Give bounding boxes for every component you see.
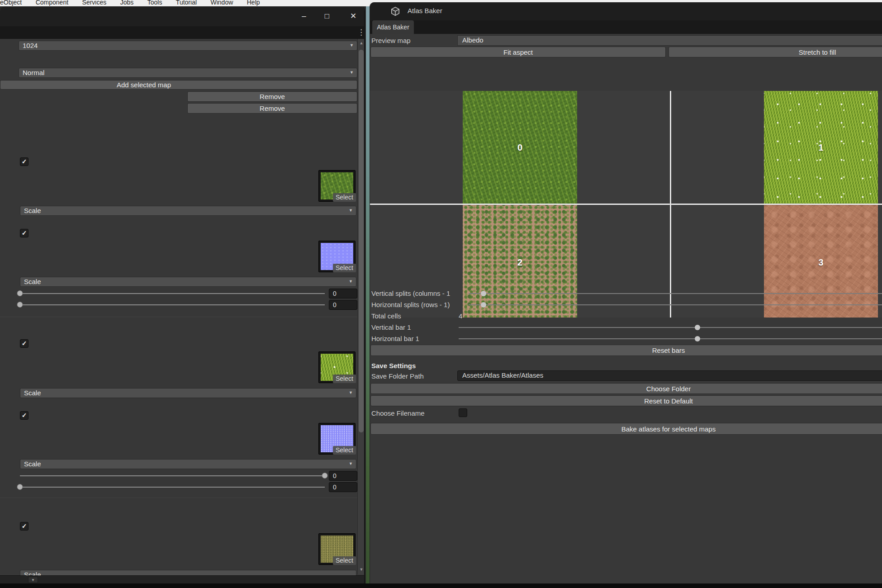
scale-dropdown[interactable]: Scale ▼ (20, 388, 356, 398)
add-selected-map-label: Add selected map (117, 81, 171, 89)
atlas-cell-0-index: 0 (463, 142, 577, 153)
tab-atlas-baker[interactable]: Atlas Baker (372, 20, 414, 34)
vertical-splits-slider[interactable] (469, 293, 882, 294)
stretch-to-fill-button[interactable]: Stretch to fill (669, 47, 882, 57)
slider-value-field[interactable]: 0 (329, 482, 357, 492)
clipped-dropdown-arrow[interactable]: ▼ (28, 577, 38, 583)
reset-to-default-button[interactable]: Reset to Default (370, 395, 882, 406)
select-texture-button[interactable]: Select (333, 556, 356, 565)
reset-bars-button[interactable]: Reset bars (370, 345, 882, 356)
screen: eObject Component Services Jobs Tools Tu… (0, 0, 882, 588)
chevron-down-icon: ▼ (349, 459, 353, 468)
scale-dropdown[interactable]: Scale ▼ (20, 459, 356, 469)
unity-package-icon (390, 6, 400, 16)
menu-item-gameobject[interactable]: eObject (0, 0, 22, 6)
chevron-down-icon: ▼ (350, 68, 354, 77)
menu-item-component[interactable]: Component (36, 0, 68, 6)
save-folder-path-field[interactable]: Assets/Atlas Baker/Atlases (457, 370, 882, 381)
scale-dropdown[interactable]: Scale ▼ (20, 206, 356, 216)
slider-handle[interactable] (695, 325, 700, 330)
scrollbar-down-icon[interactable]: ▼ (358, 567, 365, 572)
slider-value-field[interactable]: 0 (329, 289, 357, 299)
slider-handle[interactable] (695, 336, 700, 341)
slider-handle[interactable] (17, 302, 23, 308)
window-title: Atlas Baker (408, 7, 442, 14)
atlas-preview-grid: 0 1 2 3 (370, 91, 882, 318)
resolution-dropdown-value: 1024 (23, 42, 38, 49)
offset-slider[interactable] (20, 293, 325, 294)
scale-dropdown-label: Scale (24, 389, 41, 397)
select-texture-button[interactable]: Select (333, 375, 356, 383)
map-enabled-checkbox[interactable]: ✓ (20, 339, 28, 348)
left-window-toolbar: ⋮ (0, 26, 364, 39)
horizontal-bar-label: Horizontal bar 1 (371, 334, 419, 344)
map-enabled-checkbox[interactable]: ✓ (20, 522, 28, 531)
resolution-dropdown[interactable]: 1024 ▼ (19, 41, 357, 51)
select-texture-button[interactable]: Select (333, 446, 356, 455)
offset-slider[interactable] (20, 487, 325, 488)
chevron-down-icon: ▼ (349, 388, 353, 397)
select-texture-button[interactable]: Select (333, 264, 356, 272)
map-enabled-checkbox[interactable]: ✓ (20, 157, 28, 166)
vertical-split-bar[interactable] (670, 91, 671, 318)
atlas-cell-3-index: 3 (764, 257, 878, 268)
vertical-splits-label: Vertical splits (columns - 1 (371, 289, 450, 299)
kebab-menu-icon[interactable]: ⋮ (357, 28, 365, 37)
check-icon: ✓ (20, 412, 28, 419)
horizontal-bar-slider[interactable] (459, 338, 882, 339)
scrollbar-up-icon[interactable]: ▲ (358, 41, 365, 45)
select-texture-button[interactable]: Select (333, 193, 356, 202)
scale-dropdown-label: Scale (24, 278, 41, 285)
tab-bar: Atlas Baker (370, 20, 882, 34)
choose-folder-button[interactable]: Choose Folder (370, 383, 882, 394)
horizontal-splits-slider[interactable] (469, 304, 882, 305)
bake-atlases-button[interactable]: Bake atlases for selected maps (370, 423, 882, 435)
atlas-baker-content: Preview map Albedo Fit aspect Stretch to… (370, 34, 882, 584)
scale-dropdown[interactable]: Scale ▼ (20, 277, 356, 287)
slider-value-field[interactable]: 0 (329, 471, 357, 481)
map-enabled-checkbox[interactable]: ✓ (20, 229, 28, 237)
vertical-bar-slider[interactable] (459, 327, 882, 328)
map-type-dropdown-value: Normal (23, 69, 44, 76)
menu-item-window[interactable]: Window (210, 0, 233, 6)
atlas-cell-2-index: 2 (463, 257, 577, 268)
scale-dropdown-label: Scale (24, 460, 41, 468)
remove-button[interactable]: Remove (187, 91, 357, 102)
menu-item-help[interactable]: Help (247, 0, 260, 6)
left-window: – □ ✕ ⋮ 1024 ▼ Normal ▼ Add selected map… (0, 6, 365, 584)
check-icon: ✓ (20, 340, 28, 347)
menu-item-tools[interactable]: Tools (147, 0, 162, 6)
fit-aspect-button[interactable]: Fit aspect (370, 47, 666, 57)
slider-value-field[interactable]: 0 (329, 300, 357, 310)
slider-handle[interactable] (481, 302, 486, 308)
vertical-scrollbar[interactable]: ▲ ▼ (357, 39, 365, 574)
menu-item-jobs[interactable]: Jobs (120, 0, 134, 6)
maximize-icon[interactable]: □ (321, 11, 333, 22)
remove-button[interactable]: Remove (187, 103, 357, 114)
slider-handle[interactable] (17, 484, 23, 490)
slider-handle[interactable] (481, 291, 486, 296)
map-enabled-checkbox[interactable]: ✓ (20, 411, 28, 420)
chevron-down-icon: ▼ (349, 206, 353, 215)
horizontal-split-bar[interactable] (370, 204, 882, 205)
save-folder-path-label: Save Folder Path (371, 371, 424, 381)
slider-handle[interactable] (322, 473, 328, 479)
offset-slider[interactable] (20, 304, 325, 305)
group-divider (0, 498, 358, 498)
add-selected-map-button[interactable]: Add selected map (0, 80, 357, 90)
menu-item-tutorial[interactable]: Tutorial (176, 0, 197, 6)
left-window-bottom-strip: ▼ (0, 575, 365, 584)
offset-slider[interactable] (20, 475, 325, 476)
choose-filename-checkbox[interactable]: ✓ (459, 408, 467, 417)
choose-filename-label: Choose Filename (371, 408, 425, 418)
minimize-icon[interactable]: – (298, 11, 310, 22)
chevron-down-icon: ▼ (350, 41, 354, 50)
total-cells-label: Total cells (371, 311, 401, 321)
menu-item-services[interactable]: Services (82, 0, 107, 6)
close-icon[interactable]: ✕ (347, 11, 359, 22)
scrollbar-thumb[interactable] (359, 50, 364, 432)
preview-map-dropdown[interactable]: Albedo (457, 35, 882, 46)
slider-handle[interactable] (17, 290, 23, 296)
map-type-dropdown[interactable]: Normal ▼ (19, 68, 357, 78)
check-icon: ✓ (20, 522, 28, 530)
